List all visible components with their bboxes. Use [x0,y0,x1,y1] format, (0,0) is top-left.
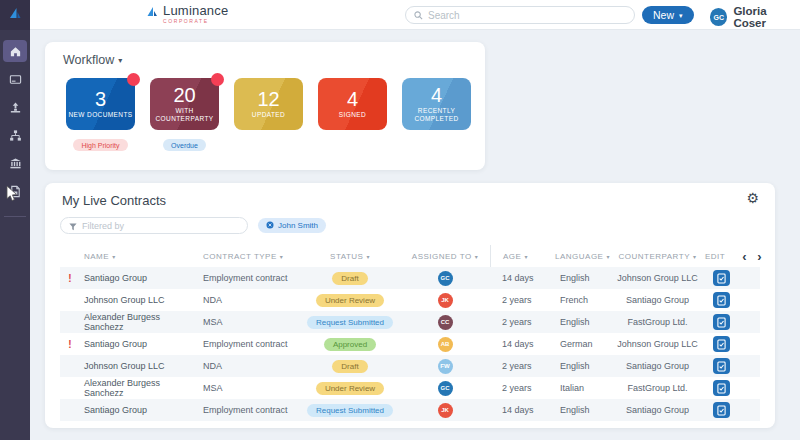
user-menu[interactable]: GC Gloria Coser [710,5,800,29]
workflow-card-recently-completed[interactable]: 4RECENTLY COMPLETED [402,78,471,130]
column-header-language[interactable]: LANGUAGE▾ [555,252,610,261]
table-row[interactable]: !Santiago GroupEmployment contractDraftG… [60,267,760,289]
sort-caret-icon: ▾ [280,253,284,260]
status-badge: Request Submitted [307,404,393,417]
assignee-avatar[interactable]: GC [438,271,453,286]
status-cell: Under Review [300,294,400,307]
filter-chip-label: John Smith [278,221,318,230]
contract-language: German [555,339,610,349]
edit-document-button[interactable] [713,314,730,330]
contract-name: Santiago Group [80,273,200,283]
sidebar-item-sitemap[interactable] [3,124,27,146]
counterparty: Johnson Group LLC [610,339,705,349]
table-row[interactable]: Alexander Burgess SanchezzMSARequest Sub… [60,311,760,333]
funnel-icon [69,217,77,235]
contract-age: 2 years [490,295,555,305]
edit-document-button[interactable] [713,292,730,308]
workflow-card-with-counterparty[interactable]: 20WITH COUNTERPARTY [150,78,219,130]
assignee-avatar[interactable]: JK [438,403,453,418]
table-row[interactable]: Alexander Burgess SanchezzMSAUnder Revie… [60,377,760,399]
table-row[interactable]: Santiago GroupEmployment contractRequest… [60,399,760,421]
sort-caret-icon: ▾ [524,253,528,260]
status-badge: Draft [332,360,367,373]
table-row[interactable]: !Santiago GroupEmployment contractApprov… [60,333,760,355]
workflow-card-signed[interactable]: 4SIGNED [318,78,387,130]
sidebar-item-home[interactable] [3,40,27,62]
counterparty: Santiago Group [610,361,705,371]
column-header-name[interactable]: NAME▾ [80,252,200,261]
contract-language: English [555,273,610,283]
sort-caret-icon: ▾ [112,253,116,260]
workflow-card-new-documents[interactable]: 3NEW DOCUMENTS [66,78,135,130]
new-button-label: New [653,9,674,21]
gear-icon[interactable]: ⚙ [746,190,759,206]
assignee-avatar[interactable]: FW [438,359,453,374]
workflow-card-updated[interactable]: 12UPDATED [234,78,303,130]
status-cell: Request Submitted [300,404,400,417]
sidebar-item-upload[interactable] [3,96,27,118]
table-pagination: ‹› [742,245,762,267]
sort-caret-icon: ▾ [366,253,370,260]
sidebar-item-bank[interactable] [3,152,27,174]
sort-caret-icon: ▾ [475,253,479,260]
status-badge: Draft [332,272,367,285]
remove-filter-icon[interactable] [266,221,274,231]
card-count: 12 [257,89,279,109]
assignee-avatar[interactable]: JK [438,293,453,308]
workflow-card-column: 3NEW DOCUMENTSHigh Priority [66,78,135,151]
column-header-assigned-to[interactable]: ASSIGNED TO▾ [400,252,490,261]
card-count: 3 [95,89,106,109]
column-header-age[interactable]: AGE▾ [490,245,555,267]
contract-age: 14 days [490,405,555,415]
assignee-avatar[interactable]: GC [438,381,453,396]
workflow-card-column: 20WITH COUNTERPARTYOverdue [150,78,219,151]
workflow-badge: Overdue [163,139,206,151]
sidebar-item-card[interactable] [3,68,27,90]
prev-page-icon[interactable]: ‹ [742,250,747,263]
edit-document-button[interactable] [713,380,730,396]
counterparty: Santiago Group [610,405,705,415]
status-cell: Draft [300,360,400,373]
status-badge: Under Review [316,382,384,395]
edit-cell [705,336,760,352]
new-button[interactable]: New ▾ [642,6,694,24]
next-page-icon[interactable]: › [757,250,762,263]
filter-input[interactable] [82,221,239,231]
column-header-status[interactable]: STATUS▾ [300,252,400,261]
contract-type: NDA [200,361,300,371]
assignee-avatar[interactable]: CC [438,315,453,330]
card-count: 4 [431,85,442,105]
contract-type: Employment contract [200,273,300,283]
status-badge: Under Review [316,294,384,307]
assigned-to-cell: CC [400,315,490,330]
contract-type: NDA [200,295,300,305]
column-header-counterparty[interactable]: COUNTERPARTY▾ [610,252,705,261]
table-row[interactable]: Johnson Group LLCNDADraftFW2 yearsEnglis… [60,355,760,377]
table-row[interactable]: Johnson Group LLCNDAUnder ReviewJK2 year… [60,289,760,311]
contract-age: 2 years [490,383,555,393]
column-header-contract-type[interactable]: CONTRACT TYPE▾ [200,252,300,261]
edit-document-button[interactable] [713,336,730,352]
workflow-title-label: Workflow [63,53,114,67]
edit-document-button[interactable] [713,358,730,374]
contract-age: 14 days [490,273,555,283]
workflow-title[interactable]: Workflow ▾ [63,53,122,67]
contract-language: English [555,405,610,415]
card-label: SIGNED [339,111,366,119]
contracts-panel: My Live Contracts ⚙ John Smith NAME▾CONT… [45,183,775,428]
edit-cell [705,314,760,330]
assignee-avatar[interactable]: AB [438,337,453,352]
contract-language: English [555,317,610,327]
card-icon [9,73,22,86]
status-badge: Approved [324,338,376,351]
assigned-to-cell: GC [400,381,490,396]
sidebar-logo[interactable] [0,0,30,30]
edit-document-button[interactable] [713,402,730,418]
workflow-card-column: 12UPDATED [234,78,303,151]
chevron-down-icon: ▾ [118,56,122,65]
edit-document-button[interactable] [713,270,730,286]
workflow-card-column: 4SIGNED [318,78,387,151]
notification-dot [127,73,140,86]
search-input[interactable] [428,10,626,21]
filter-chip[interactable]: John Smith [258,218,326,233]
